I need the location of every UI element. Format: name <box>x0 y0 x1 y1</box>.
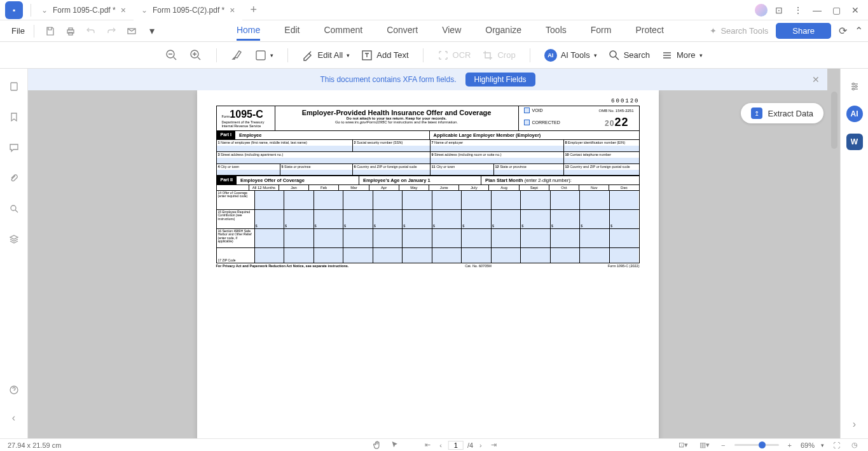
fullscreen-icon[interactable]: ⛶ <box>830 441 843 449</box>
form-field[interactable] <box>403 248 432 263</box>
form-field[interactable] <box>314 248 344 263</box>
tab-home[interactable]: Home <box>237 21 260 41</box>
next-page-icon[interactable]: › <box>477 441 485 449</box>
form-field[interactable] <box>610 191 639 209</box>
maximize-icon[interactable]: ▢ <box>829 3 844 18</box>
highlight-fields-button[interactable]: Highlight Fields <box>465 73 535 87</box>
form-field[interactable]: $ <box>580 210 610 228</box>
form-field[interactable] <box>432 229 462 247</box>
search-button[interactable]: Search <box>609 50 650 61</box>
print-icon[interactable] <box>62 23 79 39</box>
form-field[interactable] <box>551 229 581 247</box>
form-field[interactable] <box>610 229 639 247</box>
redo-icon[interactable] <box>103 23 120 39</box>
form-field[interactable] <box>343 248 373 263</box>
tab-convert[interactable]: Convert <box>387 21 418 41</box>
page-layout-icon[interactable]: ▥▾ <box>697 441 712 449</box>
close-icon[interactable]: × <box>230 5 235 15</box>
form-field[interactable]: $ <box>492 210 521 228</box>
zoom-in-icon[interactable]: + <box>785 441 794 449</box>
form-field[interactable] <box>462 248 492 263</box>
form-field[interactable] <box>551 191 581 209</box>
search-sidebar-icon[interactable] <box>6 201 22 216</box>
form-field[interactable] <box>314 229 344 247</box>
form-field[interactable]: $ <box>255 210 285 228</box>
prev-page-icon[interactable]: ‹ <box>437 441 444 449</box>
pdf-page[interactable]: 600120 Form1095-C Department of the Trea… <box>197 90 659 438</box>
form-field[interactable] <box>432 248 462 263</box>
form-field[interactable] <box>492 229 521 247</box>
form-field[interactable] <box>284 248 314 263</box>
layers-icon[interactable] <box>6 232 22 247</box>
form-field[interactable]: $ <box>314 210 344 228</box>
document-tab-1[interactable]: ⌄ Form 1095-C.pdf * × <box>34 0 134 20</box>
form-field[interactable] <box>284 229 314 247</box>
form-field[interactable]: $ <box>521 210 551 228</box>
form-field[interactable] <box>343 229 373 247</box>
form-field[interactable] <box>521 191 551 209</box>
banner-close-icon[interactable]: ✕ <box>812 74 820 85</box>
tab-organize[interactable]: Organize <box>485 21 521 41</box>
tab-form[interactable]: Form <box>591 21 612 41</box>
void-checkbox[interactable] <box>524 108 530 113</box>
crop-button[interactable]: Crop <box>482 50 515 61</box>
add-text-button[interactable]: Add Text <box>361 50 408 61</box>
tab-view[interactable]: View <box>442 21 461 41</box>
comment-icon[interactable] <box>6 140 22 155</box>
fit-width-icon[interactable]: ⊡▾ <box>676 441 691 449</box>
help-icon[interactable] <box>6 382 22 398</box>
file-menu[interactable]: File <box>5 26 31 36</box>
zoom-slider[interactable] <box>734 444 779 446</box>
form-field[interactable] <box>462 191 492 209</box>
word-export-icon[interactable]: W <box>846 134 863 150</box>
read-mode-icon[interactable]: ◷ <box>849 441 860 449</box>
form-field[interactable] <box>580 191 610 209</box>
form-field[interactable] <box>462 229 492 247</box>
zoom-in-button[interactable] <box>189 49 202 62</box>
edit-all-button[interactable]: Edit All ▾ <box>302 50 350 61</box>
form-field[interactable]: $ <box>610 210 639 228</box>
form-field[interactable] <box>492 191 521 209</box>
tab-protect[interactable]: Protect <box>635 21 663 41</box>
corrected-checkbox[interactable] <box>524 120 530 125</box>
form-field[interactable] <box>255 191 285 209</box>
minimize-icon[interactable]: — <box>809 3 825 18</box>
chat-icon[interactable]: ⊡ <box>771 3 787 18</box>
form-field[interactable] <box>610 248 639 263</box>
form-field[interactable]: $ <box>284 210 314 228</box>
form-field[interactable] <box>373 248 403 263</box>
shape-tool[interactable]: ▾ <box>255 50 273 61</box>
form-field[interactable] <box>373 229 403 247</box>
more-button[interactable]: More ▾ <box>661 50 703 61</box>
kebab-menu-icon[interactable]: ⋮ <box>790 3 806 18</box>
app-logo-icon[interactable]: ▪ <box>5 1 23 19</box>
form-field[interactable] <box>521 229 551 247</box>
document-tab-2[interactable]: ⌄ Form 1095-C(2).pdf * × <box>134 0 243 20</box>
tab-edit[interactable]: Edit <box>284 21 300 41</box>
form-field[interactable] <box>551 248 581 263</box>
extract-data-button[interactable]: ↥ Extract Data <box>741 103 823 123</box>
search-tools[interactable]: ✦ Search Tools <box>710 26 768 36</box>
ai-sidebar-icon[interactable]: AI <box>846 106 863 122</box>
zoom-out-button[interactable] <box>165 49 178 62</box>
chevron-left-icon[interactable]: ‹ <box>6 410 22 426</box>
form-field[interactable] <box>284 191 314 209</box>
ai-tools-button[interactable]: AI AI Tools ▾ <box>544 49 597 62</box>
undo-icon[interactable] <box>83 23 99 39</box>
last-page-icon[interactable]: ⇥ <box>488 441 499 449</box>
share-button[interactable]: Share <box>776 23 831 39</box>
form-field[interactable] <box>403 229 432 247</box>
form-field[interactable]: $ <box>343 210 373 228</box>
thumbnails-icon[interactable] <box>6 79 22 94</box>
form-field[interactable]: $ <box>462 210 492 228</box>
hand-tool-icon[interactable] <box>369 440 383 450</box>
tab-tools[interactable]: Tools <box>546 21 567 41</box>
close-icon[interactable]: × <box>121 5 126 15</box>
bookmark-icon[interactable] <box>6 109 22 125</box>
collapse-ribbon-icon[interactable]: ⌃ <box>855 25 863 37</box>
form-field[interactable]: $ <box>551 210 581 228</box>
form-field[interactable] <box>521 248 551 263</box>
first-page-icon[interactable]: ⇤ <box>422 441 433 449</box>
form-field[interactable]: $ <box>403 210 432 228</box>
properties-icon[interactable] <box>847 79 862 94</box>
